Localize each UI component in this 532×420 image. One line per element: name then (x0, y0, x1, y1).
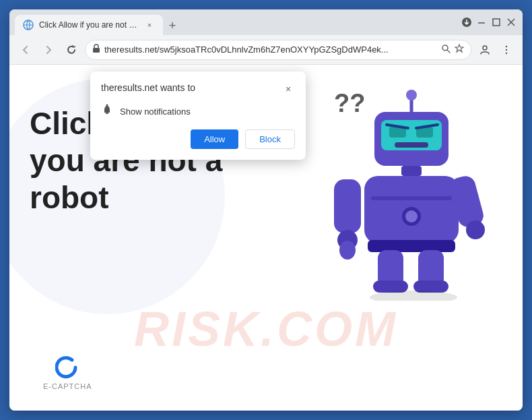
svg-rect-29 (368, 240, 455, 252)
maximize-button[interactable] (490, 16, 502, 28)
menu-button[interactable] (497, 40, 516, 59)
svg-rect-30 (334, 179, 361, 233)
active-tab[interactable]: Click Allow if you are not a robot × (15, 15, 163, 35)
forward-button[interactable] (39, 40, 58, 59)
svg-point-13 (506, 52, 507, 53)
tab-favicon (23, 20, 34, 30)
back-button[interactable] (16, 40, 35, 59)
svg-rect-7 (93, 48, 100, 53)
tab-bar: Click Allow if you are not a robot × + (15, 9, 457, 35)
close-window-button[interactable] (505, 16, 517, 28)
svg-point-28 (405, 210, 418, 222)
nav-bar: theresults.net/sw5jksoaTRc0vDLhnlvZm6hZ7… (9, 35, 523, 65)
popup-buttons: Allow Block (101, 129, 295, 149)
svg-point-12 (506, 49, 507, 50)
popup-title: theresults.net wants to (101, 82, 195, 93)
page-content: Click Allow if you are not a robot RISK.… (9, 65, 523, 411)
svg-rect-40 (106, 113, 108, 114)
minimize-button[interactable] (475, 16, 488, 28)
popup-notification-row: Show notifications (101, 104, 295, 119)
new-tab-button[interactable]: + (163, 16, 182, 35)
notification-text: Show notifications (120, 107, 191, 117)
svg-point-32 (339, 241, 356, 260)
captcha-logo: E-CAPTCHA (43, 355, 92, 390)
svg-rect-24 (401, 166, 422, 176)
svg-point-10 (483, 46, 487, 50)
captcha-label: E-CAPTCHA (43, 382, 92, 390)
download-icon[interactable] (461, 16, 473, 28)
user-icon-button[interactable] (475, 40, 494, 59)
svg-point-23 (406, 90, 417, 100)
svg-rect-4 (493, 19, 500, 26)
address-bar[interactable]: theresults.net/sw5jksoaTRc0vDLhnlvZm6hZ7… (85, 40, 471, 60)
lock-icon (92, 44, 100, 55)
allow-button[interactable]: Allow (191, 129, 238, 149)
notification-popup: theresults.net wants to × Show notificat… (90, 71, 306, 160)
title-bar: Click Allow if you are not a robot × + (9, 9, 523, 35)
refresh-button[interactable] (62, 40, 81, 59)
popup-header: theresults.net wants to × (101, 82, 295, 96)
svg-point-41 (106, 104, 108, 107)
search-icon (441, 44, 451, 55)
svg-rect-26 (371, 196, 452, 200)
block-button[interactable]: Block (245, 129, 295, 149)
bell-icon (101, 104, 113, 119)
popup-close-button[interactable]: × (281, 82, 295, 96)
svg-text:??: ?? (334, 89, 365, 117)
url-text: theresults.net/sw5jksoaTRc0vDLhnlvZm6hZ7… (104, 44, 437, 55)
browser-window: Click Allow if you are not a robot × + (9, 9, 523, 411)
tab-close-button[interactable]: × (144, 20, 155, 30)
window-controls (461, 16, 517, 28)
robot-illustration: ?? (314, 71, 502, 301)
svg-point-34 (466, 220, 485, 239)
svg-rect-21 (395, 142, 428, 148)
svg-line-9 (447, 50, 450, 53)
star-icon (455, 44, 464, 55)
watermark: RISK.COM (134, 301, 398, 357)
svg-point-11 (506, 45, 507, 47)
nav-icons-right (475, 40, 516, 59)
tab-title: Click Allow if you are not a robot (39, 20, 139, 30)
